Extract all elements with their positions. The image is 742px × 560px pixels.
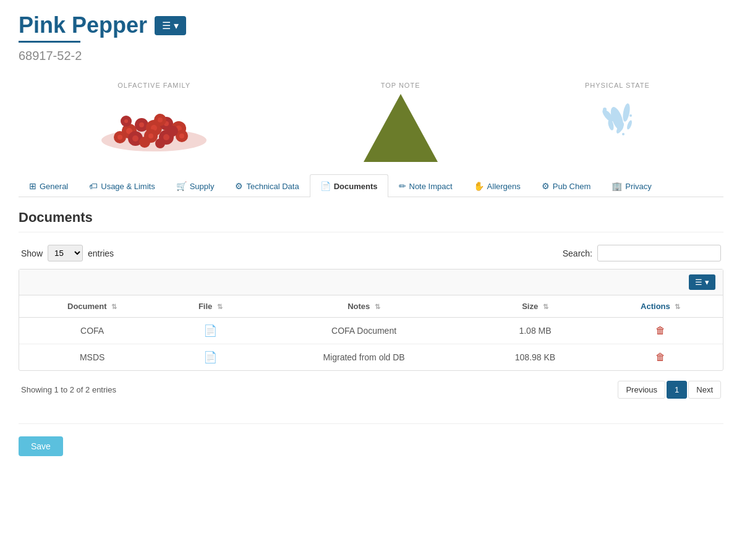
table-row: COFA 📄 COFA Document 1.08 MB 🗑 xyxy=(19,318,723,344)
svg-point-18 xyxy=(163,134,169,140)
svg-point-26 xyxy=(139,137,150,148)
supply-icon: 🛒 xyxy=(176,181,187,191)
svg-point-27 xyxy=(155,138,165,148)
tab-pub-chem-label: Pub Chem xyxy=(553,182,591,191)
tab-documents[interactable]: 📄 Documents xyxy=(310,174,388,197)
cell-notes: Migrated from old DB xyxy=(256,344,472,371)
tab-supply[interactable]: 🛒 Supply xyxy=(166,174,225,197)
documents-icon: 📄 xyxy=(320,181,331,191)
tab-note-impact[interactable]: ✏ Note Impact xyxy=(388,174,463,197)
pub-chem-icon: ⚙ xyxy=(542,181,550,191)
tab-documents-label: Documents xyxy=(334,182,378,191)
table-header-row: Document ⇅ File ⇅ Notes ⇅ Size xyxy=(19,295,723,318)
columns-icon: ☰ ▾ xyxy=(695,278,709,287)
previous-button[interactable]: Previous xyxy=(618,381,665,399)
col-actions: Actions ⇅ xyxy=(598,295,723,318)
tab-privacy-label: Privacy xyxy=(625,182,652,191)
title-underline xyxy=(19,41,80,43)
tab-usage-limits-label: Usage & Limits xyxy=(101,182,155,191)
sort-file-icon[interactable]: ⇅ xyxy=(217,303,223,310)
menu-caret: ▾ xyxy=(174,20,179,32)
pagination-row: Showing 1 to 2 of 2 entries Previous 1 N… xyxy=(19,381,723,399)
olfactive-image xyxy=(92,94,216,156)
col-file: File ⇅ xyxy=(165,295,255,318)
next-button[interactable]: Next xyxy=(688,381,721,399)
delete-button[interactable]: 🗑 xyxy=(655,352,665,363)
tab-allergens[interactable]: ✋ Allergens xyxy=(463,174,531,197)
cell-actions: 🗑 xyxy=(598,344,723,371)
sort-notes-icon[interactable]: ⇅ xyxy=(375,303,380,310)
svg-point-33 xyxy=(626,119,633,130)
search-box: Search: xyxy=(563,245,721,261)
usage-icon: 🏷 xyxy=(89,181,98,191)
sort-actions-icon[interactable]: ⇅ xyxy=(675,303,680,310)
entries-select[interactable]: 15 25 50 100 xyxy=(48,245,83,261)
physical-state-item: PHYSICAL STATE xyxy=(585,82,650,156)
show-label: Show xyxy=(21,248,43,258)
page-1-button[interactable]: 1 xyxy=(667,381,687,399)
cell-notes: COFA Document xyxy=(256,318,472,344)
table-row: MSDS 📄 Migrated from old DB 108.98 KB 🗑 xyxy=(19,344,723,371)
menu-icon: ☰ xyxy=(162,20,171,32)
cas-number: 68917-52-2 xyxy=(19,49,723,63)
col-document: Document ⇅ xyxy=(19,295,165,318)
delete-button[interactable]: 🗑 xyxy=(655,325,665,336)
svg-point-25 xyxy=(167,125,178,137)
documents-table: Document ⇅ File ⇅ Notes ⇅ Size xyxy=(19,295,723,370)
documents-heading: Documents xyxy=(19,210,723,232)
svg-point-36 xyxy=(622,133,625,135)
sort-size-icon[interactable]: ⇅ xyxy=(543,303,548,310)
documents-table-wrapper: ☰ ▾ Document ⇅ File ⇅ xyxy=(19,269,723,371)
tab-pub-chem[interactable]: ⚙ Pub Chem xyxy=(531,174,601,197)
svg-point-14 xyxy=(132,135,139,142)
tab-usage-limits[interactable]: 🏷 Usage & Limits xyxy=(79,174,165,197)
cell-document: MSDS xyxy=(19,344,165,371)
pagination-controls: Previous 1 Next xyxy=(618,381,721,399)
tab-supply-label: Supply xyxy=(190,182,215,191)
physical-state-image xyxy=(586,94,648,156)
svg-point-29 xyxy=(622,103,631,122)
file-icon[interactable]: 📄 xyxy=(203,351,217,363)
top-note-image xyxy=(364,94,438,162)
tab-allergens-label: Allergens xyxy=(487,182,521,191)
general-icon: ⊞ xyxy=(29,181,36,191)
technical-icon: ⚙ xyxy=(235,181,243,191)
tab-general[interactable]: ⊞ General xyxy=(19,174,79,197)
menu-button[interactable]: ☰ ▾ xyxy=(155,16,186,35)
table-toolbar: ☰ ▾ xyxy=(19,269,723,295)
svg-point-22 xyxy=(124,119,128,123)
olfactive-family-item: OLFACTIVE FAMILY xyxy=(92,82,216,156)
tab-technical-data[interactable]: ⚙ Technical Data xyxy=(224,174,309,197)
entries-label: entries xyxy=(88,248,114,258)
hero-section: OLFACTIVE FAMILY xyxy=(19,75,723,168)
tab-note-impact-label: Note Impact xyxy=(409,182,453,191)
svg-point-16 xyxy=(148,134,153,138)
sort-document-icon[interactable]: ⇅ xyxy=(111,303,117,310)
columns-button[interactable]: ☰ ▾ xyxy=(689,274,715,290)
search-input[interactable] xyxy=(597,245,721,261)
top-note-item: TOP NOTE xyxy=(364,82,438,162)
search-label: Search: xyxy=(563,248,592,258)
file-icon[interactable]: 📄 xyxy=(203,325,217,337)
cell-document: COFA xyxy=(19,318,165,344)
svg-point-12 xyxy=(117,135,122,140)
note-impact-icon: ✏ xyxy=(399,181,406,191)
navigation-tabs: ⊞ General 🏷 Usage & Limits 🛒 Supply ⚙ Te… xyxy=(19,174,723,197)
svg-point-4 xyxy=(139,122,144,127)
documents-section: Documents Show 15 25 50 100 entries Sear… xyxy=(19,210,723,399)
svg-point-20 xyxy=(179,134,184,138)
save-button[interactable]: Save xyxy=(19,436,63,456)
cell-file: 📄 xyxy=(165,344,255,371)
physical-state-label: PHYSICAL STATE xyxy=(585,82,650,89)
triangle-shape xyxy=(364,94,438,162)
cell-file: 📄 xyxy=(165,318,255,344)
allergens-icon: ✋ xyxy=(474,181,484,191)
olfactive-label: OLFACTIVE FAMILY xyxy=(117,82,190,89)
tab-general-label: General xyxy=(40,182,68,191)
privacy-icon: 🏢 xyxy=(612,181,622,191)
table-controls: Show 15 25 50 100 entries Search: xyxy=(19,245,723,261)
tab-privacy[interactable]: 🏢 Privacy xyxy=(601,174,662,197)
svg-point-35 xyxy=(629,114,632,117)
cell-size: 108.98 KB xyxy=(472,344,599,371)
show-entries-control: Show 15 25 50 100 entries xyxy=(21,245,114,261)
